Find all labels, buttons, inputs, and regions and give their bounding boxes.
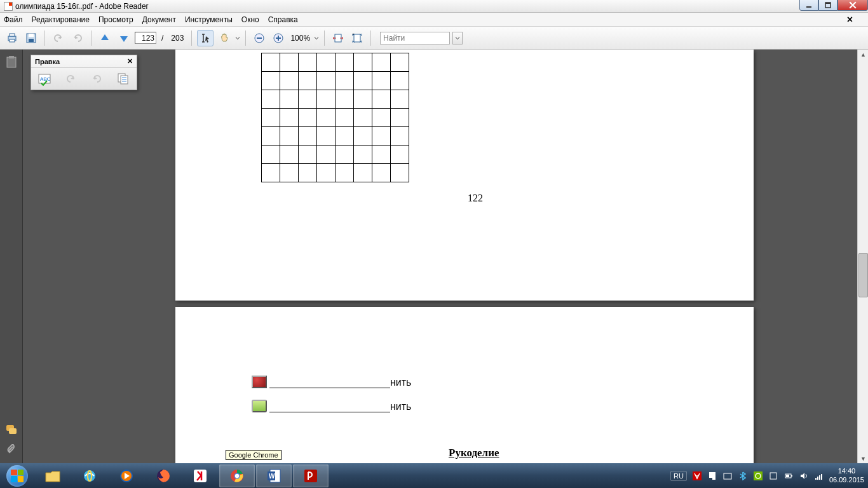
svg-rect-50	[819, 475, 820, 480]
tray-clock[interactable]: 14:40 06.09.2015	[829, 467, 864, 484]
taskbar-yandex[interactable]	[182, 464, 218, 487]
taskbar-mediaplayer[interactable]	[109, 464, 144, 487]
find-dropdown[interactable]	[452, 32, 463, 44]
svg-rect-19	[9, 428, 17, 434]
select-tool-button[interactable]	[197, 30, 214, 46]
separator	[324, 30, 325, 46]
taskbar-firefox[interactable]	[146, 464, 181, 487]
svg-rect-16	[7, 57, 16, 67]
menu-document[interactable]: Документ	[142, 15, 176, 24]
float-panel-titlebar[interactable]: Правка ✕	[31, 55, 137, 68]
edit-float-panel[interactable]: Правка ✕ ABC	[31, 55, 137, 90]
svg-rect-42	[754, 471, 763, 480]
close-icon	[849, 1, 857, 9]
svg-rect-7	[29, 34, 34, 37]
minimize-button[interactable]	[799, 0, 818, 11]
scroll-thumb[interactable]	[858, 253, 868, 297]
tray-time: 14:40	[829, 467, 864, 475]
chevron-down-icon[interactable]	[235, 32, 240, 44]
svg-rect-44	[770, 473, 776, 479]
titlebar: олимпиада 15-16г..pdf - Adobe Reader	[0, 0, 868, 13]
menu-view[interactable]: Просмотр	[98, 15, 133, 24]
maximize-button[interactable]	[818, 0, 837, 11]
hand-tool-button[interactable]	[216, 30, 233, 46]
zoom-in-button[interactable]	[270, 30, 287, 46]
window-title: олимпиада 15-16г..pdf - Adobe Reader	[15, 2, 149, 11]
save-button[interactable]	[23, 30, 39, 46]
power-icon[interactable]	[783, 471, 794, 481]
tray-app-icon[interactable]	[722, 471, 733, 481]
tray-date: 06.09.2015	[829, 476, 864, 484]
svg-rect-51	[821, 474, 822, 480]
svg-text:ABC: ABC	[40, 76, 51, 82]
taskbar-tooltip: Google Chrome	[226, 450, 281, 460]
float-panel-close[interactable]: ✕	[127, 57, 133, 65]
scroll-down-button[interactable]: ▼	[858, 454, 868, 463]
menu-tools[interactable]: Инструменты	[185, 15, 233, 24]
menu-file[interactable]: Файл	[4, 15, 23, 24]
prev-page-button[interactable]	[97, 30, 113, 46]
separator	[191, 30, 192, 46]
spellcheck-icon[interactable]: ABC	[37, 72, 51, 86]
language-indicator[interactable]: RU	[670, 471, 687, 481]
volume-icon[interactable]	[799, 471, 809, 481]
svg-point-35	[235, 473, 239, 477]
taskbar-word[interactable]: W	[256, 464, 292, 487]
svg-rect-15	[354, 34, 360, 42]
svg-rect-8	[29, 39, 34, 42]
clipboard-icon[interactable]	[5, 56, 18, 69]
thread-label: нить	[390, 401, 411, 412]
fit-width-icon	[332, 32, 344, 44]
action-center-icon[interactable]	[707, 471, 717, 481]
pdf-page: нить нить Рукоделие 8. Назовите стежок, …	[175, 307, 754, 463]
menu-edit[interactable]: Редактирование	[32, 15, 90, 24]
page-footer-number: 122	[468, 193, 483, 204]
zoom-out-button[interactable]	[251, 30, 268, 46]
tray-misc-icon[interactable]	[768, 471, 778, 481]
find-input[interactable]: Найти	[380, 32, 450, 44]
undo-button[interactable]	[50, 30, 67, 46]
rail-bottom-icons	[0, 424, 23, 457]
svg-rect-39	[304, 470, 317, 482]
redo-icon[interactable]	[90, 72, 103, 85]
undo-icon[interactable]	[65, 72, 78, 85]
close-button[interactable]	[837, 0, 868, 11]
kaspersky-icon[interactable]	[692, 471, 702, 481]
pdf-file-icon	[4, 2, 13, 11]
window-controls	[799, 0, 868, 11]
close-document-button[interactable]: ×	[847, 14, 853, 25]
page-number-input[interactable]	[135, 32, 156, 44]
toolbar: / 203 100% Найти	[0, 27, 868, 50]
separator	[44, 30, 45, 46]
minimize-icon	[806, 2, 812, 8]
svg-rect-4	[10, 34, 15, 36]
redo-button[interactable]	[69, 30, 86, 46]
document-viewer[interactable]: 122 нить нить Рукоделие 8. Назовите стеж…	[23, 50, 868, 463]
bluetooth-icon[interactable]	[738, 471, 748, 481]
fit-page-button[interactable]	[349, 30, 365, 46]
menu-window[interactable]: Окно	[241, 15, 259, 24]
pdf-page: 122	[175, 50, 754, 301]
attachments-icon[interactable]	[5, 444, 18, 457]
fit-width-button[interactable]	[330, 30, 346, 46]
vertical-scrollbar[interactable]: ▲ ▼	[857, 50, 868, 463]
green-swatch-icon	[252, 400, 267, 412]
svg-rect-49	[817, 477, 818, 480]
taskbar-explorer[interactable]	[35, 464, 71, 487]
comments-icon[interactable]	[5, 424, 18, 437]
menu-help[interactable]: Справка	[268, 15, 298, 24]
chevron-down-icon[interactable]	[314, 32, 319, 44]
print-button[interactable]	[4, 30, 20, 46]
taskbar-ie[interactable]	[72, 464, 107, 487]
start-button[interactable]	[0, 463, 34, 488]
taskbar-adobe-reader[interactable]	[293, 464, 329, 487]
nvidia-icon[interactable]	[753, 471, 763, 481]
scroll-up-button[interactable]: ▲	[858, 50, 868, 59]
next-page-button[interactable]	[116, 30, 132, 46]
taskbar-chrome[interactable]	[219, 464, 255, 487]
float-panel-title: Правка	[35, 58, 60, 65]
copy-icon[interactable]	[116, 72, 130, 86]
media-player-icon	[119, 468, 134, 484]
network-icon[interactable]	[814, 471, 824, 481]
print-icon	[6, 32, 18, 44]
